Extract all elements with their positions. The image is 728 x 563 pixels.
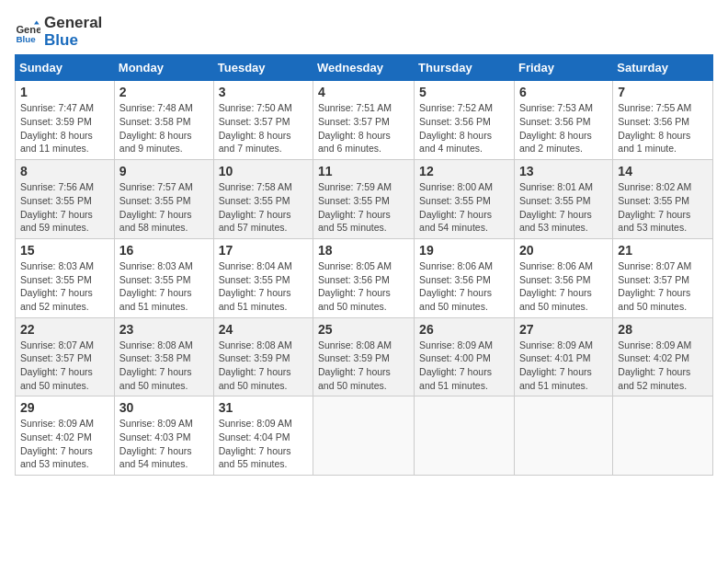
empty-cell — [415, 396, 515, 476]
day-info: Sunrise: 7:57 AMSunset: 3:55 PMDaylight:… — [119, 181, 193, 233]
week-row-1: 1Sunrise: 7:47 AMSunset: 3:59 PMDaylight… — [16, 81, 713, 160]
day-info: Sunrise: 8:07 AMSunset: 3:57 PMDaylight:… — [618, 260, 691, 312]
day-cell-17: 17Sunrise: 8:04 AMSunset: 3:55 PMDayligh… — [213, 238, 313, 317]
day-info: Sunrise: 8:06 AMSunset: 3:56 PMDaylight:… — [519, 260, 593, 312]
day-cell-23: 23Sunrise: 8:08 AMSunset: 3:58 PMDayligh… — [114, 317, 213, 396]
col-header-monday: Monday — [114, 55, 213, 81]
day-number: 21 — [618, 243, 708, 258]
day-cell-29: 29Sunrise: 8:09 AMSunset: 4:02 PMDayligh… — [16, 396, 115, 476]
day-number: 22 — [20, 322, 109, 337]
col-header-friday: Friday — [514, 55, 612, 81]
day-info: Sunrise: 8:09 AMSunset: 4:00 PMDaylight:… — [419, 339, 493, 391]
day-info: Sunrise: 8:06 AMSunset: 3:56 PMDaylight:… — [419, 260, 493, 312]
day-number: 18 — [318, 243, 409, 258]
day-number: 29 — [20, 400, 109, 415]
day-info: Sunrise: 8:07 AMSunset: 3:57 PMDaylight:… — [20, 339, 94, 391]
day-cell-21: 21Sunrise: 8:07 AMSunset: 3:57 PMDayligh… — [613, 238, 713, 317]
day-cell-15: 15Sunrise: 8:03 AMSunset: 3:55 PMDayligh… — [16, 238, 115, 317]
col-header-wednesday: Wednesday — [313, 55, 415, 81]
day-info: Sunrise: 8:09 AMSunset: 4:02 PMDaylight:… — [20, 418, 94, 469]
day-number: 13 — [519, 164, 608, 178]
day-info: Sunrise: 8:03 AMSunset: 3:55 PMDaylight:… — [20, 260, 94, 312]
day-number: 2 — [119, 85, 209, 99]
day-info: Sunrise: 8:09 AMSunset: 4:03 PMDaylight:… — [119, 418, 193, 469]
calendar-table: SundayMondayTuesdayWednesdayThursdayFrid… — [15, 54, 713, 476]
day-number: 6 — [519, 85, 608, 99]
day-number: 28 — [618, 322, 708, 337]
svg-text:Blue: Blue — [16, 34, 36, 44]
day-info: Sunrise: 7:53 AMSunset: 3:56 PMDaylight:… — [519, 102, 593, 154]
day-number: 16 — [119, 243, 209, 258]
calendar-body: 1Sunrise: 7:47 AMSunset: 3:59 PMDaylight… — [16, 81, 713, 476]
header: General Blue General Blue — [15, 15, 713, 49]
empty-cell — [313, 396, 415, 476]
day-cell-2: 2Sunrise: 7:48 AMSunset: 3:58 PMDaylight… — [114, 81, 213, 160]
day-number: 31 — [219, 400, 308, 415]
day-number: 4 — [318, 85, 409, 99]
day-number: 11 — [318, 164, 409, 178]
svg-marker-2 — [34, 20, 40, 24]
col-header-tuesday: Tuesday — [213, 55, 313, 81]
day-number: 24 — [219, 322, 308, 337]
day-cell-16: 16Sunrise: 8:03 AMSunset: 3:55 PMDayligh… — [114, 238, 213, 317]
day-cell-10: 10Sunrise: 7:58 AMSunset: 3:55 PMDayligh… — [213, 160, 313, 239]
week-row-5: 29Sunrise: 8:09 AMSunset: 4:02 PMDayligh… — [16, 396, 713, 476]
day-number: 7 — [618, 85, 708, 99]
day-cell-22: 22Sunrise: 8:07 AMSunset: 3:57 PMDayligh… — [16, 317, 115, 396]
day-number: 10 — [219, 164, 308, 178]
day-info: Sunrise: 8:04 AMSunset: 3:55 PMDaylight:… — [219, 260, 292, 312]
day-info: Sunrise: 7:59 AMSunset: 3:55 PMDaylight:… — [318, 181, 392, 233]
day-cell-7: 7Sunrise: 7:55 AMSunset: 3:56 PMDaylight… — [613, 81, 713, 160]
day-info: Sunrise: 8:09 AMSunset: 4:04 PMDaylight:… — [219, 418, 292, 469]
day-info: Sunrise: 7:55 AMSunset: 3:56 PMDaylight:… — [618, 102, 691, 154]
calendar-header: SundayMondayTuesdayWednesdayThursdayFrid… — [16, 55, 713, 81]
day-number: 15 — [20, 243, 109, 258]
day-info: Sunrise: 8:08 AMSunset: 3:59 PMDaylight:… — [219, 339, 292, 391]
day-info: Sunrise: 8:00 AMSunset: 3:55 PMDaylight:… — [419, 181, 493, 233]
logo-line2: Blue — [44, 32, 102, 50]
day-cell-6: 6Sunrise: 7:53 AMSunset: 3:56 PMDaylight… — [514, 81, 612, 160]
day-info: Sunrise: 8:03 AMSunset: 3:55 PMDaylight:… — [119, 260, 193, 312]
week-row-2: 8Sunrise: 7:56 AMSunset: 3:55 PMDaylight… — [16, 160, 713, 239]
day-number: 20 — [519, 243, 608, 258]
day-number: 5 — [419, 85, 509, 99]
day-cell-13: 13Sunrise: 8:01 AMSunset: 3:55 PMDayligh… — [514, 160, 612, 239]
day-cell-1: 1Sunrise: 7:47 AMSunset: 3:59 PMDaylight… — [16, 81, 115, 160]
day-number: 1 — [20, 85, 109, 99]
logo-line1: General — [44, 15, 102, 32]
day-info: Sunrise: 8:08 AMSunset: 3:59 PMDaylight:… — [318, 339, 392, 391]
day-info: Sunrise: 7:47 AMSunset: 3:59 PMDaylight:… — [20, 102, 94, 154]
day-number: 19 — [419, 243, 509, 258]
logo: General Blue General Blue — [15, 15, 102, 49]
day-info: Sunrise: 7:51 AMSunset: 3:57 PMDaylight:… — [318, 102, 392, 154]
day-cell-14: 14Sunrise: 8:02 AMSunset: 3:55 PMDayligh… — [613, 160, 713, 239]
day-cell-30: 30Sunrise: 8:09 AMSunset: 4:03 PMDayligh… — [114, 396, 213, 476]
day-number: 12 — [419, 164, 509, 178]
day-number: 9 — [119, 164, 209, 178]
day-number: 8 — [20, 164, 109, 178]
day-info: Sunrise: 7:52 AMSunset: 3:56 PMDaylight:… — [419, 102, 493, 154]
day-number: 23 — [119, 322, 209, 337]
day-cell-19: 19Sunrise: 8:06 AMSunset: 3:56 PMDayligh… — [415, 238, 515, 317]
day-cell-31: 31Sunrise: 8:09 AMSunset: 4:04 PMDayligh… — [213, 396, 313, 476]
day-info: Sunrise: 7:48 AMSunset: 3:58 PMDaylight:… — [119, 102, 193, 154]
col-header-saturday: Saturday — [613, 55, 713, 81]
day-cell-3: 3Sunrise: 7:50 AMSunset: 3:57 PMDaylight… — [213, 81, 313, 160]
day-number: 27 — [519, 322, 608, 337]
col-header-thursday: Thursday — [415, 55, 515, 81]
day-info: Sunrise: 8:09 AMSunset: 4:02 PMDaylight:… — [618, 339, 691, 391]
day-number: 30 — [119, 400, 209, 415]
day-info: Sunrise: 8:05 AMSunset: 3:56 PMDaylight:… — [318, 260, 392, 312]
week-row-4: 22Sunrise: 8:07 AMSunset: 3:57 PMDayligh… — [16, 317, 713, 396]
day-number: 25 — [318, 322, 409, 337]
day-info: Sunrise: 7:58 AMSunset: 3:55 PMDaylight:… — [219, 181, 292, 233]
week-row-3: 15Sunrise: 8:03 AMSunset: 3:55 PMDayligh… — [16, 238, 713, 317]
day-cell-18: 18Sunrise: 8:05 AMSunset: 3:56 PMDayligh… — [313, 238, 415, 317]
day-info: Sunrise: 8:01 AMSunset: 3:55 PMDaylight:… — [519, 181, 593, 233]
day-cell-8: 8Sunrise: 7:56 AMSunset: 3:55 PMDaylight… — [16, 160, 115, 239]
day-cell-20: 20Sunrise: 8:06 AMSunset: 3:56 PMDayligh… — [514, 238, 612, 317]
day-cell-27: 27Sunrise: 8:09 AMSunset: 4:01 PMDayligh… — [514, 317, 612, 396]
empty-cell — [514, 396, 612, 476]
day-cell-24: 24Sunrise: 8:08 AMSunset: 3:59 PMDayligh… — [213, 317, 313, 396]
day-cell-9: 9Sunrise: 7:57 AMSunset: 3:55 PMDaylight… — [114, 160, 213, 239]
